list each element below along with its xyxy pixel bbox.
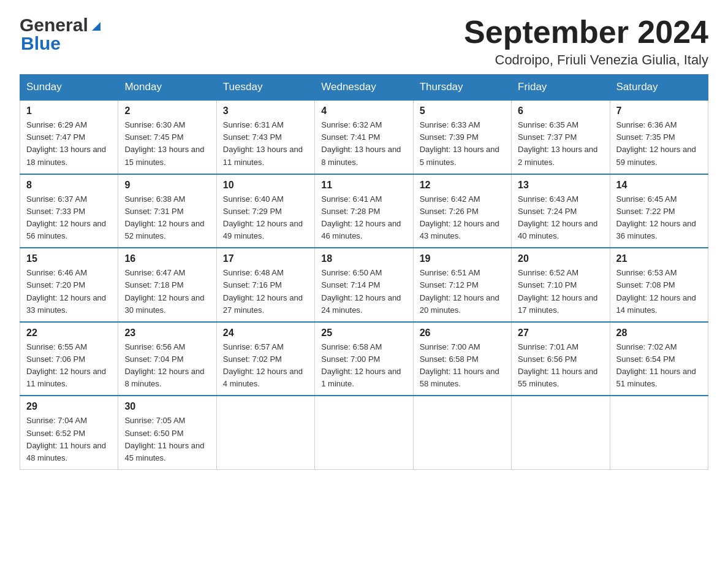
day-number: 19 xyxy=(420,253,505,264)
table-row: 12 Sunrise: 6:42 AMSunset: 7:26 PMDaylig… xyxy=(413,174,511,248)
calendar-week-row: 8 Sunrise: 6:37 AMSunset: 7:33 PMDayligh… xyxy=(20,174,708,248)
table-row: 3 Sunrise: 6:31 AMSunset: 7:43 PMDayligh… xyxy=(216,100,314,174)
table-row: 26 Sunrise: 7:00 AMSunset: 6:58 PMDaylig… xyxy=(413,322,511,396)
table-row: 5 Sunrise: 6:33 AMSunset: 7:39 PMDayligh… xyxy=(413,100,511,174)
day-number: 22 xyxy=(26,327,112,339)
table-row xyxy=(216,396,314,469)
col-sunday: Sunday xyxy=(20,75,118,101)
table-row: 1 Sunrise: 6:29 AMSunset: 7:47 PMDayligh… xyxy=(20,100,118,174)
table-row: 22 Sunrise: 6:55 AMSunset: 7:06 PMDaylig… xyxy=(20,322,118,396)
day-number: 7 xyxy=(616,105,702,117)
table-row: 6 Sunrise: 6:35 AMSunset: 7:37 PMDayligh… xyxy=(512,100,610,174)
table-row: 17 Sunrise: 6:48 AMSunset: 7:16 PMDaylig… xyxy=(216,248,314,322)
day-number: 28 xyxy=(616,327,702,339)
day-number: 20 xyxy=(518,253,603,264)
day-info: Sunrise: 6:48 AMSunset: 7:16 PMDaylight:… xyxy=(223,267,308,316)
calendar-week-row: 1 Sunrise: 6:29 AMSunset: 7:47 PMDayligh… xyxy=(20,100,708,174)
day-number: 1 xyxy=(26,105,112,117)
table-row xyxy=(315,396,413,469)
day-info: Sunrise: 6:47 AMSunset: 7:18 PMDaylight:… xyxy=(124,267,210,316)
table-row: 4 Sunrise: 6:32 AMSunset: 7:41 PMDayligh… xyxy=(315,100,413,174)
day-number: 8 xyxy=(26,180,112,191)
table-row: 9 Sunrise: 6:38 AMSunset: 7:31 PMDayligh… xyxy=(118,174,216,248)
day-number: 3 xyxy=(223,105,308,117)
table-row xyxy=(610,396,708,469)
col-thursday: Thursday xyxy=(413,75,511,101)
day-number: 9 xyxy=(124,180,210,191)
logo-general-text: General xyxy=(20,15,88,36)
table-row: 20 Sunrise: 6:52 AMSunset: 7:10 PMDaylig… xyxy=(512,248,610,322)
day-info: Sunrise: 7:00 AMSunset: 6:58 PMDaylight:… xyxy=(420,341,505,391)
calendar-week-row: 15 Sunrise: 6:46 AMSunset: 7:20 PMDaylig… xyxy=(20,248,708,322)
day-number: 26 xyxy=(420,327,505,339)
day-number: 2 xyxy=(124,105,210,117)
table-row: 23 Sunrise: 6:56 AMSunset: 7:04 PMDaylig… xyxy=(118,322,216,396)
day-info: Sunrise: 6:33 AMSunset: 7:39 PMDaylight:… xyxy=(420,119,505,169)
table-row: 2 Sunrise: 6:30 AMSunset: 7:45 PMDayligh… xyxy=(118,100,216,174)
calendar-header-row: Sunday Monday Tuesday Wednesday Thursday… xyxy=(20,75,708,101)
day-info: Sunrise: 6:38 AMSunset: 7:31 PMDaylight:… xyxy=(124,193,210,243)
day-info: Sunrise: 6:40 AMSunset: 7:29 PMDaylight:… xyxy=(223,193,308,243)
day-number: 29 xyxy=(26,401,112,412)
day-info: Sunrise: 6:31 AMSunset: 7:43 PMDaylight:… xyxy=(223,119,308,169)
day-info: Sunrise: 7:02 AMSunset: 6:54 PMDaylight:… xyxy=(616,341,702,391)
table-row: 24 Sunrise: 6:57 AMSunset: 7:02 PMDaylig… xyxy=(216,322,314,396)
day-info: Sunrise: 6:41 AMSunset: 7:28 PMDaylight:… xyxy=(321,193,406,243)
day-number: 4 xyxy=(321,105,406,117)
day-number: 23 xyxy=(124,327,210,339)
month-title: September 2024 xyxy=(464,15,708,50)
day-number: 24 xyxy=(223,327,308,339)
table-row: 15 Sunrise: 6:46 AMSunset: 7:20 PMDaylig… xyxy=(20,248,118,322)
day-number: 12 xyxy=(420,180,505,191)
calendar-week-row: 22 Sunrise: 6:55 AMSunset: 7:06 PMDaylig… xyxy=(20,322,708,396)
day-info: Sunrise: 6:45 AMSunset: 7:22 PMDaylight:… xyxy=(616,193,702,243)
day-info: Sunrise: 6:50 AMSunset: 7:14 PMDaylight:… xyxy=(321,267,406,316)
col-tuesday: Tuesday xyxy=(216,75,314,101)
col-wednesday: Wednesday xyxy=(315,75,413,101)
day-info: Sunrise: 6:52 AMSunset: 7:10 PMDaylight:… xyxy=(518,267,603,316)
day-info: Sunrise: 6:51 AMSunset: 7:12 PMDaylight:… xyxy=(420,267,505,316)
day-number: 21 xyxy=(616,253,702,264)
day-info: Sunrise: 6:37 AMSunset: 7:33 PMDaylight:… xyxy=(26,193,112,243)
day-info: Sunrise: 6:30 AMSunset: 7:45 PMDaylight:… xyxy=(124,119,210,169)
day-info: Sunrise: 6:29 AMSunset: 7:47 PMDaylight:… xyxy=(26,119,112,169)
day-info: Sunrise: 6:57 AMSunset: 7:02 PMDaylight:… xyxy=(223,341,308,391)
day-info: Sunrise: 6:58 AMSunset: 7:00 PMDaylight:… xyxy=(321,341,406,391)
day-info: Sunrise: 6:35 AMSunset: 7:37 PMDaylight:… xyxy=(518,119,603,169)
table-row xyxy=(413,396,511,469)
table-row: 13 Sunrise: 6:43 AMSunset: 7:24 PMDaylig… xyxy=(512,174,610,248)
col-monday: Monday xyxy=(118,75,216,101)
col-saturday: Saturday xyxy=(610,75,708,101)
day-number: 25 xyxy=(321,327,406,339)
table-row: 11 Sunrise: 6:41 AMSunset: 7:28 PMDaylig… xyxy=(315,174,413,248)
table-row: 30 Sunrise: 7:05 AMSunset: 6:50 PMDaylig… xyxy=(118,396,216,469)
table-row: 10 Sunrise: 6:40 AMSunset: 7:29 PMDaylig… xyxy=(216,174,314,248)
table-row: 19 Sunrise: 6:51 AMSunset: 7:12 PMDaylig… xyxy=(413,248,511,322)
logo-blue-text: Blue xyxy=(21,33,61,54)
day-info: Sunrise: 6:43 AMSunset: 7:24 PMDaylight:… xyxy=(518,193,603,243)
calendar-week-row: 29 Sunrise: 7:04 AMSunset: 6:52 PMDaylig… xyxy=(20,396,708,469)
logo-triangle-icon xyxy=(89,20,103,33)
day-number: 5 xyxy=(420,105,505,117)
table-row: 29 Sunrise: 7:04 AMSunset: 6:52 PMDaylig… xyxy=(20,396,118,469)
table-row xyxy=(512,396,610,469)
day-info: Sunrise: 6:46 AMSunset: 7:20 PMDaylight:… xyxy=(26,267,112,316)
day-info: Sunrise: 6:56 AMSunset: 7:04 PMDaylight:… xyxy=(124,341,210,391)
location-title: Codroipo, Friuli Venezia Giulia, Italy xyxy=(464,52,708,68)
table-row: 27 Sunrise: 7:01 AMSunset: 6:56 PMDaylig… xyxy=(512,322,610,396)
day-info: Sunrise: 6:53 AMSunset: 7:08 PMDaylight:… xyxy=(616,267,702,316)
day-number: 17 xyxy=(223,253,308,264)
calendar-title-area: September 2024 Codroipo, Friuli Venezia … xyxy=(464,15,708,68)
table-row: 25 Sunrise: 6:58 AMSunset: 7:00 PMDaylig… xyxy=(315,322,413,396)
table-row: 28 Sunrise: 7:02 AMSunset: 6:54 PMDaylig… xyxy=(610,322,708,396)
day-info: Sunrise: 6:55 AMSunset: 7:06 PMDaylight:… xyxy=(26,341,112,391)
day-info: Sunrise: 7:01 AMSunset: 6:56 PMDaylight:… xyxy=(518,341,603,391)
day-number: 16 xyxy=(124,253,210,264)
day-number: 13 xyxy=(518,180,603,191)
day-number: 6 xyxy=(518,105,603,117)
col-friday: Friday xyxy=(512,75,610,101)
day-number: 14 xyxy=(616,180,702,191)
logo: General Blue xyxy=(20,15,103,54)
day-number: 18 xyxy=(321,253,406,264)
table-row: 18 Sunrise: 6:50 AMSunset: 7:14 PMDaylig… xyxy=(315,248,413,322)
